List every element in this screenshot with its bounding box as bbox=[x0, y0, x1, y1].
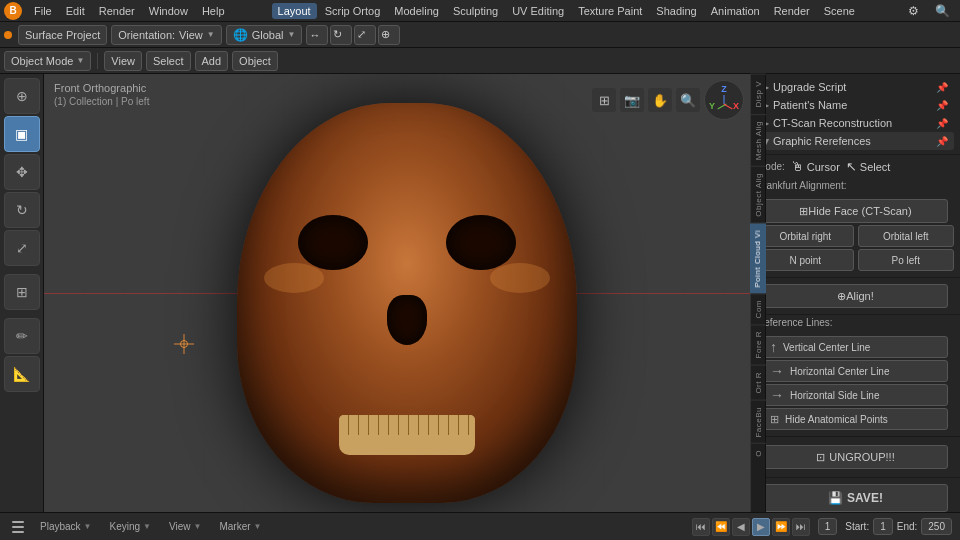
menu-file[interactable]: File bbox=[28, 3, 58, 19]
keying-label: Keying bbox=[110, 521, 141, 532]
menu-help[interactable]: Help bbox=[196, 3, 231, 19]
menu-edit[interactable]: Edit bbox=[60, 3, 91, 19]
ungroup-btn[interactable]: ⊡ UNGROUP!!! bbox=[763, 445, 948, 469]
move-tool-btn[interactable]: ✥ bbox=[4, 154, 40, 190]
tab-texture-paint[interactable]: Texture Paint bbox=[572, 3, 648, 19]
tab-uv-editing[interactable]: UV Editing bbox=[506, 3, 570, 19]
viewport-grid: Front Orthographic (1) Collection | Po l… bbox=[44, 74, 750, 512]
tab-animation[interactable]: Animation bbox=[705, 3, 766, 19]
transform-dropdown[interactable]: 🌐 Global ▼ bbox=[226, 25, 303, 45]
move-icon-btn[interactable]: ↔ bbox=[306, 25, 328, 45]
tab-render[interactable]: Render bbox=[768, 3, 816, 19]
tab-sculpting[interactable]: Sculpting bbox=[447, 3, 504, 19]
orbital-left-btn[interactable]: Orbital left bbox=[858, 225, 955, 247]
play-btn[interactable]: ▶ bbox=[752, 518, 770, 536]
camera-icon[interactable]: 📷 bbox=[620, 88, 644, 112]
orientation-dropdown[interactable]: Orientation: View ▼ bbox=[111, 25, 221, 45]
hide-face-btn[interactable]: ⊞ Hide Face (CT-Scan) bbox=[763, 199, 948, 223]
skull-container bbox=[104, 114, 710, 492]
select-mode-label: Select bbox=[860, 161, 891, 173]
pin-icon: 📌 bbox=[936, 82, 948, 93]
keying-item[interactable]: Keying ▼ bbox=[104, 519, 158, 534]
vtab-fore[interactable]: Fore R bbox=[750, 324, 766, 364]
axis-y-label: Y bbox=[709, 101, 715, 111]
tree-item-graphic-ref[interactable]: ▶ Graphic Rerefences 📌 bbox=[757, 132, 954, 150]
prev-frame-btn[interactable]: ⏪ bbox=[712, 518, 730, 536]
tree-item-upgrade-script[interactable]: ▶ Upgrade Script 📌 bbox=[757, 78, 954, 96]
hand-icon[interactable]: ✋ bbox=[648, 88, 672, 112]
vtab-mesh[interactable]: Mesh Alig bbox=[750, 114, 766, 166]
vtab-disp[interactable]: Disp V bbox=[750, 74, 766, 114]
scale-tool-btn[interactable]: ⤢ bbox=[4, 230, 40, 266]
cursor-tool-btn[interactable]: ⊕ bbox=[4, 78, 40, 114]
skip-end-btn[interactable]: ⏭ bbox=[792, 518, 810, 536]
menu-render[interactable]: Render bbox=[93, 3, 141, 19]
add-menu[interactable]: Add bbox=[195, 51, 229, 71]
orbital-row: Orbital right Orbital left bbox=[757, 225, 954, 247]
object-mode-chevron: ▼ bbox=[76, 56, 84, 65]
grid-icon[interactable]: ⊞ bbox=[592, 88, 616, 112]
pin-icon4: 📌 bbox=[936, 136, 948, 147]
marker-label: Marker bbox=[219, 521, 250, 532]
vtab-facebu[interactable]: FaceBu bbox=[750, 400, 766, 444]
vtab-ort[interactable]: Ort R bbox=[750, 365, 766, 400]
vtab-point-cloud[interactable]: Point Cloud Vi bbox=[750, 223, 766, 294]
frankfurt-section: ⊞ Hide Face (CT-Scan) Orbital right Orbi… bbox=[751, 193, 960, 278]
vtab-o[interactable]: O bbox=[750, 443, 766, 463]
axis-x-label: X bbox=[733, 101, 739, 111]
align-btn[interactable]: ⊕ Align! bbox=[763, 284, 948, 308]
zoom-icon[interactable]: 🔍 bbox=[676, 88, 700, 112]
n-point-btn[interactable]: N point bbox=[757, 249, 854, 271]
nasal-cavity bbox=[387, 295, 427, 345]
tab-shading[interactable]: Shading bbox=[650, 3, 702, 19]
main-viewport[interactable]: Front Orthographic (1) Collection | Po l… bbox=[44, 74, 750, 512]
measure-btn[interactable]: 📐 bbox=[4, 356, 40, 392]
hide-anatomical-label: Hide Anatomical Points bbox=[785, 414, 888, 425]
horizontal-side-btn[interactable]: → Horizontal Side Line bbox=[763, 384, 948, 406]
cursor-mode-btn[interactable]: 🖱 Cursor bbox=[791, 159, 840, 174]
play-back-btn[interactable]: ◀ bbox=[732, 518, 750, 536]
next-frame-btn[interactable]: ⏩ bbox=[772, 518, 790, 536]
select-mode-btn[interactable]: ↖ Select bbox=[846, 159, 891, 174]
tab-scene[interactable]: Scene bbox=[818, 3, 861, 19]
annotate-btn[interactable]: ✏ bbox=[4, 318, 40, 354]
tab-modeling[interactable]: Modeling bbox=[388, 3, 445, 19]
transform-icon-btn[interactable]: ⊕ bbox=[378, 25, 400, 45]
tree-item-patient-name[interactable]: ▶ Patient's Name 📌 bbox=[757, 96, 954, 114]
menu-window[interactable]: Window bbox=[143, 3, 194, 19]
top-right-icons[interactable]: ⚙ bbox=[902, 2, 925, 20]
reference-lines-label: Reference Lines: bbox=[751, 315, 960, 330]
project-name[interactable]: Surface Project bbox=[18, 25, 107, 45]
select-tool-btn[interactable]: ▣ bbox=[4, 116, 40, 152]
svg-rect-1 bbox=[12, 526, 24, 528]
transform-tool-btn[interactable]: ⊞ bbox=[4, 274, 40, 310]
rotate-tool-btn[interactable]: ↻ bbox=[4, 192, 40, 228]
skip-start-btn[interactable]: ⏮ bbox=[692, 518, 710, 536]
tab-layout[interactable]: Layout bbox=[272, 3, 317, 19]
marker-item[interactable]: Marker ▼ bbox=[213, 519, 267, 534]
vtab-com[interactable]: Com bbox=[750, 293, 766, 324]
save-btn[interactable]: 💾 SAVE! bbox=[763, 484, 948, 512]
vertical-center-btn[interactable]: ↑ Vertical Center Line bbox=[763, 336, 948, 358]
axis-indicator[interactable]: Z Y X bbox=[704, 80, 744, 120]
playback-label: Playback bbox=[40, 521, 81, 532]
playback-item[interactable]: Playback ▼ bbox=[34, 519, 98, 534]
playback-buttons: ⏮ ⏪ ◀ ▶ ⏩ ⏭ bbox=[692, 518, 810, 536]
select-menu[interactable]: Select bbox=[146, 51, 191, 71]
scale-icon-btn[interactable]: ⤢ bbox=[354, 25, 376, 45]
top-search[interactable]: 🔍 bbox=[929, 2, 956, 20]
rotate-icon-btn[interactable]: ↻ bbox=[330, 25, 352, 45]
object-mode-btn[interactable]: Object Mode ▼ bbox=[4, 51, 91, 71]
object-menu[interactable]: Object bbox=[232, 51, 278, 71]
po-left-btn[interactable]: Po left bbox=[858, 249, 955, 271]
tree-item-ctscan[interactable]: ▶ CT-Scan Reconstruction 📌 bbox=[757, 114, 954, 132]
orbital-right-btn[interactable]: Orbital right bbox=[757, 225, 854, 247]
hide-anatomical-btn[interactable]: ⊞ Hide Anatomical Points bbox=[763, 408, 948, 430]
view-item[interactable]: View ▼ bbox=[163, 519, 207, 534]
cursor-mode-label: Cursor bbox=[807, 161, 840, 173]
view-menu[interactable]: View bbox=[104, 51, 142, 71]
tab-scrip-ortog[interactable]: Scrip Ortog bbox=[319, 3, 387, 19]
horizontal-center-btn[interactable]: → Horizontal Center Line bbox=[763, 360, 948, 382]
vtab-object[interactable]: Object Alig bbox=[750, 166, 766, 223]
ungroup-label: UNGROUP!!! bbox=[829, 451, 894, 463]
